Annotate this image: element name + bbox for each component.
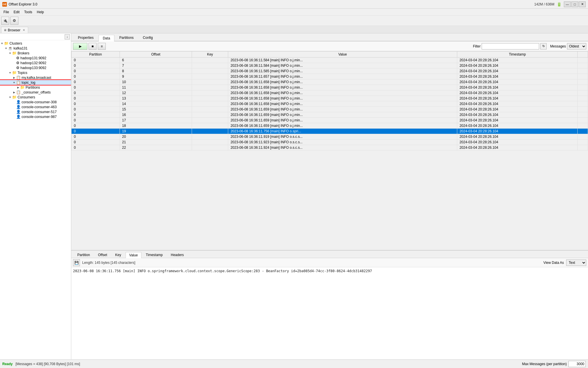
view-as-label: View Data As	[543, 261, 564, 265]
bottom-tab-partition[interactable]: Partition	[74, 252, 94, 258]
tree-item-topic_log[interactable]: ▼📋topic_log	[0, 80, 71, 85]
table-cell: 2024-03-04 20:28:26.104	[457, 85, 577, 90]
table-cell: 0	[72, 79, 120, 85]
table-cell: 2024-03-04 20:28:26.104	[457, 63, 577, 68]
table-row[interactable]: 062023-06-08 16:36:11.584 [main] INFO o.…	[72, 58, 588, 63]
tree-toggle-partitions[interactable]: ▶	[16, 86, 20, 89]
tree-toggle-brokers[interactable]: ▼	[8, 52, 12, 55]
tree-icon-kafka131: ☕	[8, 46, 13, 50]
tree-icon-broker1: ⚙	[16, 56, 20, 60]
table-row[interactable]: 0152023-06-08 16:36:11.659 [main] INFO o…	[72, 107, 588, 112]
play-button[interactable]: ▶	[73, 43, 87, 50]
toolbar-settings-button[interactable]: ⚙	[10, 17, 18, 25]
table-cell	[192, 107, 228, 112]
table-cell: 10	[120, 79, 192, 85]
bottom-tab-offset[interactable]: Offset	[94, 252, 111, 258]
data-table-container[interactable]: Partition Offset Key Value Timestamp 062…	[71, 51, 588, 250]
menu-help[interactable]: Help	[34, 9, 46, 15]
messages-select[interactable]: Oldest Newest	[567, 43, 586, 49]
tree-label-partitions: Partitions	[26, 85, 40, 89]
max-messages-input[interactable]	[568, 361, 586, 367]
table-row[interactable]: 072023-06-08 16:36:11.584 [main] INFO o.…	[72, 63, 588, 68]
table-row[interactable]: 0192023-06-08 16:36:11.756 [main] INFO o…	[72, 129, 588, 134]
table-cell: 2023-06-08 16:36:11.923 [main] INFO o.s.…	[228, 140, 457, 145]
table-row[interactable]: 0122023-06-08 16:36:11.658 [main] INFO o…	[72, 90, 588, 96]
tree-toggle-consumer_offsets[interactable]: ▶	[12, 91, 16, 94]
table-row[interactable]: 0112023-06-08 16:36:11.658 [main] INFO o…	[72, 85, 588, 90]
tree-item-consumers[interactable]: ▼📁Consumers	[0, 95, 71, 100]
tree-toggle-topic_log[interactable]: ▼	[12, 81, 16, 84]
table-cell: 17	[120, 118, 192, 123]
filter-refresh-button[interactable]: ↻	[540, 43, 547, 49]
table-cell	[578, 107, 588, 112]
table-row[interactable]: 0142023-06-08 16:36:11.658 [main] INFO o…	[72, 101, 588, 107]
table-cell: 2023-06-08 16:36:11.924 [main] INFO o.s.…	[228, 145, 457, 150]
tab-properties[interactable]: Properties	[74, 34, 98, 41]
table-cell: 19	[120, 129, 192, 134]
toolbar-connect-button[interactable]: 🔌	[1, 17, 9, 25]
menu-tools[interactable]: Tools	[22, 9, 34, 15]
table-cell: 0	[72, 96, 120, 101]
tree-label-clusters: Clusters	[9, 41, 22, 45]
table-row[interactable]: 0172023-06-08 16:36:11.659 [main] INFO o…	[72, 118, 588, 123]
table-cell: 0	[72, 90, 120, 96]
tree-item-topics[interactable]: ▼📁Topics	[0, 70, 71, 75]
menu-edit[interactable]: Edit	[11, 9, 22, 15]
table-row[interactable]: 0182023-06-08 16:36:11.659 [main] INFO o…	[72, 123, 588, 129]
tree-item-partitions[interactable]: ▶📁Partitions	[0, 85, 71, 90]
tree-item-consumer3[interactable]: 👤console-consumer-517	[0, 109, 71, 114]
tree-toggle-clusters[interactable]: ▼	[0, 42, 4, 45]
bottom-tab-timestamp[interactable]: Timestamp	[142, 252, 166, 258]
tree-item-clusters[interactable]: ▼📁Clusters	[0, 41, 71, 46]
save-button[interactable]: 💾	[73, 259, 80, 266]
bottom-tab-headers[interactable]: Headers	[167, 252, 187, 258]
table-cell: 2023-06-08 16:36:11.658 [main] INFO o.j.…	[228, 90, 457, 96]
tab-config[interactable]: Config	[139, 34, 157, 41]
tree-item-brokers[interactable]: ▼📁Brokers	[0, 51, 71, 56]
table-row[interactable]: 0202023-06-08 16:36:11.919 [main] INFO o…	[72, 134, 588, 140]
table-row[interactable]: 092023-06-08 16:36:11.657 [main] INFO o.…	[72, 74, 588, 79]
tree-item-broker3[interactable]: ⚙hadoop133:9092	[0, 65, 71, 70]
col-header-partition: Partition	[72, 52, 120, 58]
tree-item-kafka131[interactable]: ▼☕kafka131	[0, 46, 71, 51]
table-row[interactable]: 0102023-06-08 16:36:11.658 [main] INFO o…	[72, 79, 588, 85]
tree-item-consumer_offsets[interactable]: ▶📋_consumer_offsets	[0, 90, 71, 95]
table-cell: 15	[120, 107, 192, 112]
tree-item-broker1[interactable]: ⚙hadoop131:9092	[0, 56, 71, 60]
tree-item-broker2[interactable]: ⚙hadoop132:9092	[0, 60, 71, 65]
tree-item-consumer2[interactable]: 👤console-consumer-463	[0, 104, 71, 109]
table-cell: 2024-03-04 20:28:26.104	[457, 101, 577, 107]
filter-input[interactable]	[482, 43, 539, 49]
tree-toggle-topic_broadcast[interactable]: ▶	[12, 76, 16, 79]
tree-toggle-kafka131[interactable]: ▼	[4, 47, 8, 50]
table-cell	[578, 74, 588, 79]
table-row[interactable]: 0162023-06-08 16:36:11.659 [main] INFO o…	[72, 112, 588, 118]
sidebar-refresh-button[interactable]: ↓	[65, 34, 70, 39]
tree-toggle-consumers[interactable]: ▼	[8, 96, 12, 99]
bottom-tab-key[interactable]: Key	[112, 252, 125, 258]
table-row[interactable]: 0222023-06-08 16:36:11.924 [main] INFO o…	[72, 145, 588, 150]
table-cell: 2023-06-08 16:36:11.658 [main] INFO o.j.…	[228, 101, 457, 107]
tree-toggle-topics[interactable]: ▼	[8, 71, 12, 74]
view-as-select[interactable]: Text JSON Hex	[566, 260, 586, 266]
browser-tab[interactable]: 🖥 Browser ✕	[1, 27, 28, 33]
status-ready: Ready	[2, 362, 13, 366]
tab-data[interactable]: Data	[99, 35, 114, 41]
browser-tab-close[interactable]: ✕	[23, 28, 25, 32]
table-row[interactable]: 082023-06-08 16:36:11.585 [main] INFO o.…	[72, 68, 588, 74]
table-row[interactable]: 0212023-06-08 16:36:11.923 [main] INFO o…	[72, 140, 588, 145]
table-row[interactable]: 0132023-06-08 16:36:11.658 [main] INFO o…	[72, 96, 588, 101]
settings-data-button[interactable]: ≡	[98, 43, 106, 50]
stop-button[interactable]: ■	[89, 43, 97, 50]
table-cell	[192, 90, 228, 96]
menu-file[interactable]: File	[1, 9, 11, 15]
tree-item-topic_broadcast[interactable]: ▶📋my.kafka.broadcast	[0, 75, 71, 80]
bottom-tab-value[interactable]: Value	[126, 252, 142, 258]
minimize-button[interactable]: —	[564, 1, 571, 7]
table-cell	[578, 63, 588, 68]
maximize-button[interactable]: □	[571, 1, 578, 7]
tab-partitions[interactable]: Partitions	[115, 34, 138, 41]
close-button[interactable]: ✕	[579, 1, 586, 7]
tree-item-consumer1[interactable]: 👤console-consumer-308	[0, 100, 71, 104]
tree-item-consumer4[interactable]: 👤console-consumer-987	[0, 114, 71, 119]
